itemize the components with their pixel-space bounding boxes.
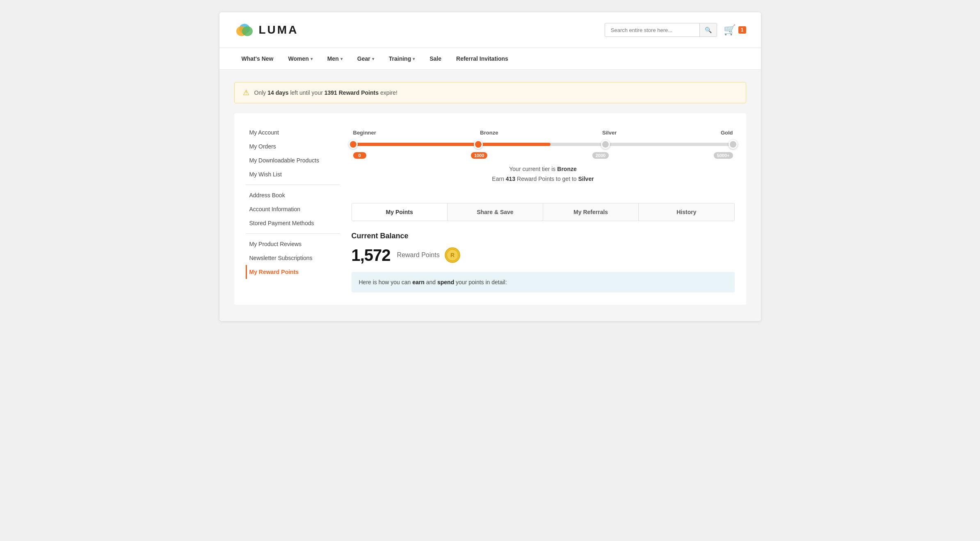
chevron-down-icon: ▾ <box>311 57 313 61</box>
reward-coin-icon: R <box>445 247 460 263</box>
sidebar-item-stored-payment-methods[interactable]: Stored Payment Methods <box>246 216 340 230</box>
chevron-down-icon: ▾ <box>372 57 374 61</box>
tier-label-bronze: Bronze <box>480 130 498 136</box>
badge-1000: 1000 <box>471 152 487 159</box>
search-button[interactable]: 🔍 <box>699 23 717 37</box>
tier-current-line: Your current tier is Bronze <box>352 164 735 174</box>
svg-text:R: R <box>450 252 455 258</box>
warning-icon: ⚠ <box>243 88 249 97</box>
nav-item-women[interactable]: Women ▾ <box>281 48 320 69</box>
balance-title: Current Balance <box>352 232 735 240</box>
tier-points-needed: 413 <box>506 176 515 182</box>
sidebar: My Account My Orders My Downloadable Pro… <box>246 126 340 292</box>
cart-badge: 1 <box>738 26 746 34</box>
badge-2000: 2000 <box>592 152 609 159</box>
sidebar-item-my-product-reviews[interactable]: My Product Reviews <box>246 237 340 251</box>
sidebar-divider-2 <box>246 233 340 234</box>
nav-item-sale[interactable]: Sale <box>422 48 449 69</box>
slider-dot-bronze <box>474 140 483 149</box>
alert-banner: ⚠ Only 14 days left until your 1391 Rewa… <box>234 82 746 103</box>
balance-section: Current Balance 1,572 Reward Points R <box>352 232 735 265</box>
sidebar-item-newsletter-subscriptions[interactable]: Newsletter Subscriptions <box>246 251 340 265</box>
nav-item-referral-invitations[interactable]: Referral Invitations <box>449 48 516 69</box>
logo-text: LUMA <box>259 23 299 37</box>
nav-item-men[interactable]: Men ▾ <box>320 48 350 69</box>
cart-area[interactable]: 🛒 1 <box>724 24 746 36</box>
info-box: Here is how you can earn and spend your … <box>352 272 735 292</box>
balance-amount: 1,572 <box>352 246 391 265</box>
slider-track-fill <box>353 143 551 146</box>
sidebar-item-my-orders[interactable]: My Orders <box>246 139 340 153</box>
search-box[interactable]: 🔍 <box>605 23 717 37</box>
cart-icon: 🛒 <box>724 24 736 36</box>
header: LUMA 🔍 🛒 1 <box>219 12 761 48</box>
balance-row: 1,572 Reward Points R <box>352 246 735 265</box>
tier-section: Beginner Bronze Silver Gold <box>352 126 735 192</box>
chevron-down-icon: ▾ <box>413 57 415 61</box>
nav-item-whats-new[interactable]: What's New <box>234 48 281 69</box>
sidebar-item-my-wish-list[interactable]: My Wish List <box>246 167 340 181</box>
tier-next-tier: Silver <box>578 176 594 182</box>
luma-logo-icon <box>234 20 255 40</box>
search-input[interactable] <box>605 24 699 37</box>
main-layout: My Account My Orders My Downloadable Pro… <box>234 113 746 305</box>
badge-5000: 5000+ <box>714 152 733 159</box>
tier-label-beginner: Beginner <box>353 130 376 136</box>
tabs-bar: My Points Share & Save My Referrals Hist… <box>352 203 735 221</box>
sidebar-item-my-account[interactable]: My Account <box>246 126 340 139</box>
badge-0: 0 <box>353 152 366 159</box>
tier-labels: Beginner Bronze Silver Gold <box>352 130 735 136</box>
slider-dot-gold <box>729 140 738 149</box>
tab-share-save[interactable]: Share & Save <box>448 203 543 221</box>
chevron-down-icon: ▾ <box>340 57 343 61</box>
main-content: Beginner Bronze Silver Gold <box>352 126 735 292</box>
tier-label-silver: Silver <box>602 130 617 136</box>
slider-dot-silver <box>601 140 610 149</box>
main-nav: What's New Women ▾ Men ▾ Gear ▾ Training… <box>219 48 761 70</box>
tier-label-gold: Gold <box>721 130 733 136</box>
tier-slider <box>353 139 733 150</box>
nav-item-training[interactable]: Training ▾ <box>381 48 422 69</box>
sidebar-item-my-reward-points[interactable]: My Reward Points <box>246 265 340 279</box>
sidebar-item-account-information[interactable]: Account Information <box>246 202 340 216</box>
header-right: 🔍 🛒 1 <box>605 23 746 37</box>
page-wrapper: LUMA 🔍 🛒 1 What's New Women ▾ Men ▾ Gear <box>219 12 761 321</box>
tab-history[interactable]: History <box>639 203 734 221</box>
slider-dot-start <box>349 140 358 149</box>
tab-my-points[interactable]: My Points <box>352 203 448 221</box>
alert-text: Only 14 days left until your 1391 Reward… <box>254 89 397 96</box>
sidebar-item-my-downloadable-products[interactable]: My Downloadable Products <box>246 153 340 167</box>
slider-badges: 0 1000 2000 5000+ <box>352 152 735 159</box>
tier-current-value: Bronze <box>557 166 576 172</box>
tier-status: Your current tier is Bronze Earn 413 Rew… <box>352 164 735 184</box>
nav-item-gear[interactable]: Gear ▾ <box>350 48 381 69</box>
sidebar-divider <box>246 185 340 185</box>
content-area: ⚠ Only 14 days left until your 1391 Rewa… <box>219 70 761 321</box>
tab-my-referrals[interactable]: My Referrals <box>543 203 639 221</box>
tier-earn-line: Earn 413 Reward Points to get to Silver <box>352 174 735 184</box>
logo-area[interactable]: LUMA <box>234 20 299 40</box>
balance-unit: Reward Points <box>397 251 440 259</box>
sidebar-item-address-book[interactable]: Address Book <box>246 188 340 202</box>
